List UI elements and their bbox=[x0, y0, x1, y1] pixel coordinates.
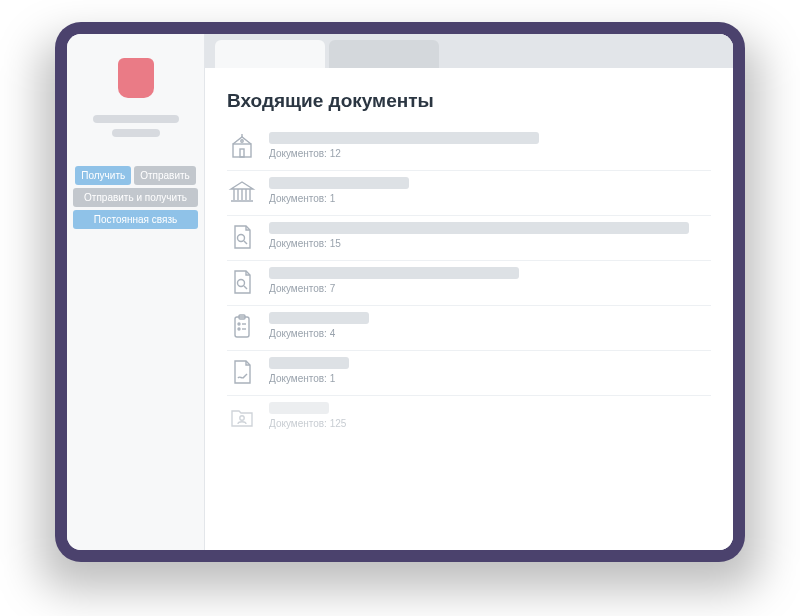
document-count-label: Документов: 1 bbox=[269, 193, 711, 204]
sidebar-button-group: Получить Отправить Отправить и получить … bbox=[67, 166, 204, 229]
document-row[interactable]: Документов: 12 bbox=[227, 126, 711, 171]
tab-bar bbox=[205, 34, 733, 68]
tablet-frame: Получить Отправить Отправить и получить … bbox=[55, 22, 745, 562]
document-row-body: Документов: 7 bbox=[269, 267, 711, 294]
document-title-placeholder bbox=[269, 267, 519, 279]
app-logo-icon bbox=[118, 58, 154, 98]
sidebar-placeholder-line bbox=[93, 115, 179, 123]
app-screen: Получить Отправить Отправить и получить … bbox=[67, 34, 733, 550]
document-count-label: Документов: 125 bbox=[269, 418, 711, 429]
document-row[interactable]: Документов: 7 bbox=[227, 261, 711, 306]
building-columns-icon bbox=[227, 177, 257, 207]
document-count-label: Документов: 15 bbox=[269, 238, 711, 249]
document-title-placeholder bbox=[269, 132, 539, 144]
document-row-body: Документов: 15 bbox=[269, 222, 711, 249]
document-count-label: Документов: 4 bbox=[269, 328, 711, 339]
document-row[interactable]: Документов: 4 bbox=[227, 306, 711, 351]
document-row-body: Документов: 1 bbox=[269, 177, 711, 204]
doc-list-icon bbox=[227, 312, 257, 342]
document-list: Документов: 12Документов: 1Документов: 1… bbox=[227, 126, 711, 440]
sidebar-placeholder-line bbox=[112, 129, 160, 137]
document-row[interactable]: Документов: 1 bbox=[227, 171, 711, 216]
doc-sign-icon bbox=[227, 357, 257, 387]
document-row-body: Документов: 12 bbox=[269, 132, 711, 159]
document-title-placeholder bbox=[269, 402, 329, 414]
document-title-placeholder bbox=[269, 222, 689, 234]
content-panel: Входящие документы Документов: 12Докумен… bbox=[205, 68, 733, 550]
page-title: Входящие документы bbox=[227, 90, 711, 112]
persistent-connection-button[interactable]: Постоянная связь bbox=[73, 210, 198, 229]
document-title-placeholder bbox=[269, 177, 409, 189]
document-row-body: Документов: 1 bbox=[269, 357, 711, 384]
main-area: Входящие документы Документов: 12Докумен… bbox=[205, 34, 733, 550]
folder-user-icon bbox=[227, 402, 257, 432]
document-title-placeholder bbox=[269, 312, 369, 324]
document-count-label: Документов: 7 bbox=[269, 283, 711, 294]
send-and-receive-button[interactable]: Отправить и получить bbox=[73, 188, 198, 207]
tab[interactable] bbox=[329, 40, 439, 68]
doc-search-icon bbox=[227, 267, 257, 297]
document-row-body: Документов: 125 bbox=[269, 402, 711, 429]
document-row[interactable]: Документов: 15 bbox=[227, 216, 711, 261]
document-row-body: Документов: 4 bbox=[269, 312, 711, 339]
building-gov-icon bbox=[227, 132, 257, 162]
send-button[interactable]: Отправить bbox=[134, 166, 196, 185]
doc-search-icon bbox=[227, 222, 257, 252]
tab[interactable] bbox=[215, 40, 325, 68]
document-count-label: Документов: 1 bbox=[269, 373, 711, 384]
sidebar: Получить Отправить Отправить и получить … bbox=[67, 34, 205, 550]
document-row[interactable]: Документов: 125 bbox=[227, 396, 711, 440]
document-row[interactable]: Документов: 1 bbox=[227, 351, 711, 396]
document-title-placeholder bbox=[269, 357, 349, 369]
document-count-label: Документов: 12 bbox=[269, 148, 711, 159]
receive-button[interactable]: Получить bbox=[75, 166, 131, 185]
